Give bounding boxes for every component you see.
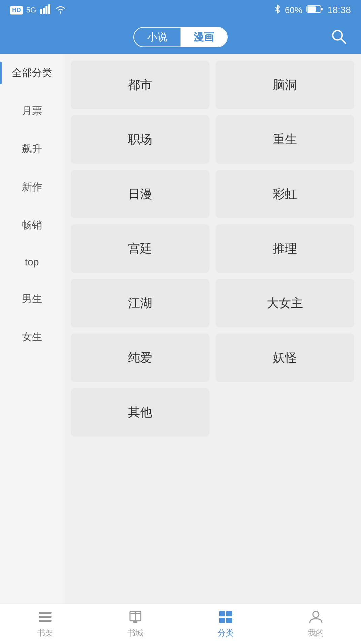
svg-rect-10 (39, 616, 52, 618)
category-tuili[interactable]: 推理 (216, 224, 354, 273)
category-caihong[interactable]: 彩虹 (216, 170, 354, 218)
signal-bars-icon (39, 4, 52, 16)
sidebar-item-female[interactable]: 女生 (0, 318, 64, 356)
category-zhichang[interactable]: 职场 (71, 115, 209, 164)
network-signal: 5G (26, 6, 36, 14)
sidebar-item-new[interactable]: 新作 (0, 168, 64, 206)
sidebar-item-trending[interactable]: 飙升 (0, 130, 64, 168)
nav-bookshelf-label: 书架 (37, 627, 53, 638)
svg-rect-14 (133, 621, 137, 623)
hd-badge: HD (10, 6, 23, 14)
tab-manga[interactable]: 漫画 (180, 28, 227, 46)
sidebar-item-monthly[interactable]: 月票 (0, 92, 64, 130)
svg-rect-11 (39, 620, 52, 622)
tab-switcher: 小说 漫画 (133, 27, 228, 47)
svg-rect-2 (45, 6, 47, 14)
wifi-icon (55, 4, 66, 16)
nav-mine[interactable]: 我的 (271, 604, 361, 644)
bookshelf-icon (38, 610, 53, 625)
svg-point-19 (313, 611, 319, 617)
battery-percent: 60% (285, 5, 302, 15)
nav-category[interactable]: 分类 (180, 604, 271, 644)
svg-line-8 (341, 39, 346, 43)
nav-bookcity-label: 书城 (127, 627, 143, 638)
svg-rect-0 (40, 9, 42, 14)
sidebar-item-top[interactable]: top (0, 244, 64, 280)
category-grid: 都市 脑洞 职场 重生 日漫 彩虹 宫廷 推理 江湖 大女主 纯爱 妖怪 其他 (64, 54, 361, 604)
svg-rect-16 (226, 611, 232, 616)
category-yaoguai[interactable]: 妖怪 (216, 333, 354, 382)
battery-icon (306, 5, 323, 16)
svg-rect-5 (321, 8, 323, 10)
nav-mine-label: 我的 (308, 627, 324, 638)
nav-bookshelf[interactable]: 书架 (0, 604, 90, 644)
bookcity-icon (128, 610, 143, 625)
main-content: 全部分类 月票 飙升 新作 畅销 top 男生 女生 都市 脑洞 职场 重生 日… (0, 54, 361, 604)
status-left: HD 5G (10, 4, 66, 16)
mine-icon (308, 610, 323, 625)
nav-category-label: 分类 (218, 627, 234, 638)
status-bar: HD 5G 60% (0, 0, 361, 20)
category-riman[interactable]: 日漫 (71, 170, 209, 218)
category-sidebar: 全部分类 月票 飙升 新作 畅销 top 男生 女生 (0, 54, 64, 604)
bottom-nav: 书架 书城 分类 (0, 604, 361, 644)
svg-rect-9 (39, 612, 52, 614)
svg-rect-18 (226, 618, 232, 623)
category-jianghu[interactable]: 江湖 (71, 279, 209, 327)
time-display: 18:38 (327, 5, 351, 15)
sidebar-item-male[interactable]: 男生 (0, 280, 64, 318)
category-chongsheng[interactable]: 重生 (216, 115, 354, 164)
category-chunai[interactable]: 纯爱 (71, 333, 209, 382)
nav-bookcity[interactable]: 书城 (90, 604, 180, 644)
category-naodong[interactable]: 脑洞 (216, 61, 354, 109)
bluetooth-icon (274, 4, 281, 16)
svg-rect-1 (43, 8, 45, 14)
category-danüzhu[interactable]: 大女主 (216, 279, 354, 327)
svg-rect-17 (219, 618, 225, 623)
app-header: 小说 漫画 (0, 20, 361, 54)
sidebar-item-bestseller[interactable]: 畅销 (0, 206, 64, 244)
svg-rect-15 (219, 611, 225, 616)
svg-rect-3 (48, 4, 50, 14)
search-button[interactable] (330, 28, 348, 46)
category-icon (218, 610, 233, 625)
sidebar-item-all[interactable]: 全部分类 (0, 54, 64, 92)
category-dushi[interactable]: 都市 (71, 61, 209, 109)
tab-novel[interactable]: 小说 (134, 28, 180, 46)
status-right: 60% 18:38 (274, 4, 351, 16)
svg-rect-6 (307, 6, 316, 12)
category-gongting[interactable]: 宫廷 (71, 224, 209, 273)
category-qita[interactable]: 其他 (71, 388, 209, 437)
